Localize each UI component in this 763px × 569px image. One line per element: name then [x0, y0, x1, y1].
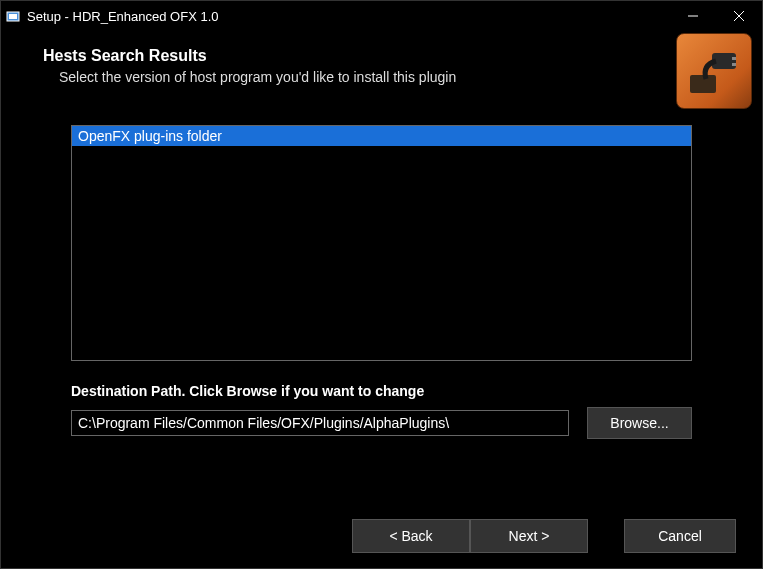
svg-rect-5 [690, 75, 716, 93]
svg-rect-8 [732, 63, 736, 66]
destination-row: Browse... [71, 407, 692, 439]
page-title: Hests Search Results [43, 47, 734, 65]
nav-button-group: < Back Next > [352, 519, 588, 553]
list-item-label: OpenFX plug-ins folder [78, 128, 222, 144]
back-button[interactable]: < Back [352, 519, 470, 553]
cancel-button[interactable]: Cancel [624, 519, 736, 553]
minimize-button[interactable] [670, 1, 716, 31]
product-logo [676, 33, 752, 109]
titlebar: Setup - HDR_Enhanced OFX 1.0 [1, 1, 762, 31]
next-button[interactable]: Next > [470, 519, 588, 553]
svg-rect-1 [9, 14, 17, 19]
destination-input[interactable] [71, 410, 569, 436]
wizard-header: Hests Search Results Select the version … [1, 31, 762, 99]
titlebar-controls [670, 1, 762, 31]
setup-window: Setup - HDR_Enhanced OFX 1.0 Hests Searc… [0, 0, 763, 569]
svg-rect-7 [732, 57, 736, 60]
content-area: OpenFX plug-ins folder Destination Path.… [1, 99, 762, 504]
page-subtitle: Select the version of host program you'd… [59, 69, 734, 85]
browse-button[interactable]: Browse... [587, 407, 692, 439]
list-item[interactable]: OpenFX plug-ins folder [72, 126, 691, 146]
destination-label: Destination Path. Click Browse if you wa… [71, 383, 692, 399]
close-button[interactable] [716, 1, 762, 31]
installer-icon [5, 8, 21, 24]
window-title: Setup - HDR_Enhanced OFX 1.0 [27, 9, 670, 24]
wizard-footer: < Back Next > Cancel [1, 504, 762, 568]
host-list[interactable]: OpenFX plug-ins folder [71, 125, 692, 361]
